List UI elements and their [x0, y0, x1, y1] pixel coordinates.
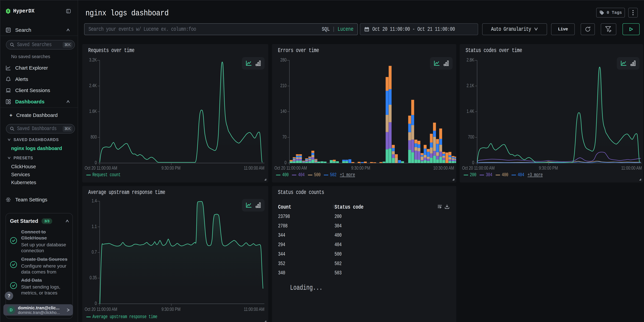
svg-text:Oct 20 11:00:00 AM: Oct 20 11:00:00 AM [85, 165, 117, 171]
svg-text:0: 0 [284, 160, 286, 166]
svg-text:700: 700 [468, 134, 474, 140]
svg-text:9:30:00 PM: 9:30:00 PM [351, 165, 370, 171]
svg-text:2.4K: 2.4K [89, 82, 97, 88]
svg-text:11:00:00 AM: 11:00:00 AM [244, 306, 264, 312]
svg-text:0: 0 [472, 160, 474, 166]
svg-text:0.7: 0.7 [92, 249, 97, 255]
svg-text:Oct 20 11:00:00 AM: Oct 20 11:00:00 AM [274, 165, 307, 171]
svg-text:1.1: 1.1 [92, 223, 97, 229]
svg-text:2.8K: 2.8K [466, 57, 474, 63]
svg-text:10:30:00 AM: 10:30:00 AM [433, 165, 454, 171]
svg-text:1.4K: 1.4K [466, 108, 474, 114]
svg-text:3.2K: 3.2K [89, 57, 97, 63]
svg-text:1.4: 1.4 [92, 198, 97, 204]
svg-text:Oct 20 11:00:00 AM: Oct 20 11:00:00 AM [462, 165, 495, 171]
svg-text:800: 800 [90, 134, 97, 140]
svg-text:1.6K: 1.6K [89, 108, 97, 114]
svg-text:11:00:00 AM: 11:00:00 AM [621, 165, 642, 171]
svg-text:210: 210 [280, 82, 286, 88]
svg-text:2.1K: 2.1K [466, 82, 474, 88]
svg-text:9:30:00 PM: 9:30:00 PM [162, 165, 180, 171]
svg-text:0: 0 [95, 300, 97, 306]
svg-text:0: 0 [95, 160, 97, 166]
svg-text:0.35: 0.35 [90, 275, 97, 280]
svg-text:280: 280 [280, 57, 286, 63]
svg-text:140: 140 [280, 108, 286, 114]
svg-text:11:00:00 AM: 11:00:00 AM [244, 165, 264, 171]
svg-text:9:30:00 PM: 9:30:00 PM [539, 165, 558, 171]
svg-text:9:30:00 PM: 9:30:00 PM [162, 306, 180, 312]
svg-text:70: 70 [282, 134, 286, 140]
svg-text:Oct 20 11:00:00 AM: Oct 20 11:00:00 AM [85, 306, 117, 312]
